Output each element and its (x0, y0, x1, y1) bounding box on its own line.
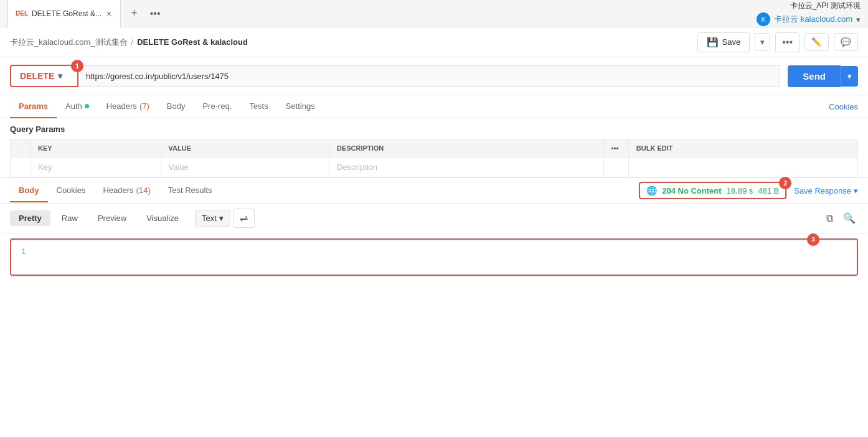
method-badge-1: 1 (71, 60, 83, 72)
format-bar: Pretty Raw Preview Visualize Text ▾ ⇌ ⧉ … (0, 204, 868, 233)
tab-tests[interactable]: Tests (240, 95, 276, 118)
code-area: 3 1 (10, 238, 858, 276)
format-type-label: Text (202, 214, 217, 223)
more-options-button[interactable]: ••• (775, 32, 800, 52)
tab-params[interactable]: Params (10, 95, 57, 118)
status-box: 2 🌐 204 No Content 18.89 s 481 B (639, 182, 786, 199)
breadcrumb: 卡拉云_kalacloud.com_测试集合 / DELETE GoRest &… (10, 37, 248, 48)
tab-auth[interactable]: Auth (57, 95, 98, 118)
breadcrumb-collection: 卡拉云_kalacloud.com_测试集合 (10, 37, 128, 48)
format-raw-button[interactable]: Raw (53, 210, 87, 226)
th-description: DESCRIPTION (329, 139, 604, 157)
breadcrumb-bar: 卡拉云_kalacloud.com_测试集合 / DELETE GoRest &… (0, 27, 868, 57)
save-response-button[interactable]: Save Response ▾ (794, 186, 858, 195)
key-input[interactable]: Key (31, 157, 161, 177)
th-bulk-edit[interactable]: Bulk Edit (628, 139, 857, 157)
copy-button[interactable]: ⧉ (824, 210, 836, 227)
th-more: ••• (603, 139, 628, 157)
save-response-chevron-icon: ▾ (854, 186, 858, 195)
params-table: KEY VALUE DESCRIPTION ••• Bulk Edit Key … (10, 139, 858, 177)
resp-tab-test-results[interactable]: Test Results (159, 179, 221, 202)
tab-more-button[interactable]: ••• (148, 8, 163, 19)
resp-tab-cookies[interactable]: Cookies (48, 179, 95, 202)
resp-tab-body[interactable]: Body (10, 179, 48, 202)
tab-title: DELETE GoRest &... (32, 9, 101, 18)
th-checkbox (11, 139, 31, 157)
env-name: 卡拉云 kalacloud.com (774, 14, 852, 25)
value-input[interactable]: Value (161, 157, 329, 177)
add-tab-button[interactable]: + (126, 7, 143, 20)
th-key: KEY (31, 139, 161, 157)
row-more (603, 157, 628, 177)
save-chevron-button[interactable]: ▾ (755, 33, 770, 51)
status-code: 204 No Content (662, 186, 721, 195)
tab-body[interactable]: Body (158, 95, 194, 118)
format-type-chevron-icon: ▾ (219, 214, 224, 223)
auth-active-dot (85, 104, 89, 108)
active-tab[interactable]: DEL DELETE GoRest &... × (7, 0, 121, 27)
query-params-title: Query Params (10, 125, 858, 134)
status-badge-2: 2 (779, 177, 791, 189)
request-tabs: Params Auth Headers (7) Body Pre-req. Te… (0, 95, 868, 118)
method-selector[interactable]: 1 DELETE ▾ (10, 65, 78, 87)
tab-headers[interactable]: Headers (7) (98, 95, 158, 118)
response-tabs-bar: Body Cookies Headers (14) Test Results 2… (0, 178, 868, 204)
env-chevron-icon: ▾ (856, 15, 861, 24)
desc-input[interactable]: Description (329, 157, 604, 177)
query-params-section: Query Params KEY VALUE DESCRIPTION ••• B… (0, 118, 868, 177)
row-checkbox (11, 157, 31, 177)
row-bulk (628, 157, 857, 177)
breadcrumb-request: DELETE GoRest & kalacloud (137, 37, 248, 47)
response-section: Body Cookies Headers (14) Test Results 2… (0, 177, 868, 276)
resp-tab-headers[interactable]: Headers (14) (94, 179, 159, 202)
env-selector[interactable]: 卡拉云_API 测试环境 K 卡拉云 kalacloud.com ▾ (757, 1, 861, 26)
format-visualize-button[interactable]: Visualize (138, 210, 187, 226)
cookies-link[interactable]: Cookies (829, 96, 858, 118)
comment-icon-button[interactable]: 💬 (834, 33, 858, 51)
request-bar: 1 DELETE ▾ Send ▾ (0, 57, 868, 95)
title-bar: DEL DELETE GoRest &... × + ••• 卡拉云_API 测… (0, 0, 868, 27)
tab-settings[interactable]: Settings (277, 95, 324, 118)
table-row: Key Value Description (11, 157, 858, 177)
env-label: 卡拉云_API 测试环境 (790, 1, 861, 11)
method-label: DELETE (20, 71, 54, 81)
line-number: 1 (21, 248, 26, 256)
send-chevron-button[interactable]: ▾ (841, 66, 858, 87)
breadcrumb-sep: / (131, 37, 134, 47)
edit-icon-button[interactable]: ✏️ (804, 33, 829, 51)
tab-prereq[interactable]: Pre-req. (194, 95, 240, 118)
wrap-button[interactable]: ⇌ (233, 209, 255, 228)
send-main-button[interactable]: Send (788, 65, 841, 87)
url-input[interactable] (78, 65, 780, 87)
search-button[interactable]: 🔍 (841, 210, 858, 227)
title-bar-left: DEL DELETE GoRest &... × + ••• (7, 0, 163, 27)
format-pretty-button[interactable]: Pretty (10, 210, 50, 226)
tab-del-badge: DEL (16, 10, 28, 17)
format-preview-button[interactable]: Preview (89, 210, 135, 226)
send-button-group: Send ▾ (788, 65, 858, 87)
breadcrumb-actions: 💾 Save ▾ ••• ✏️ 💬 (697, 32, 858, 52)
format-type-selector[interactable]: Text ▾ (195, 210, 230, 227)
code-badge-3: 3 (807, 233, 819, 246)
method-chevron-icon: ▾ (58, 71, 62, 81)
env-icon: K (757, 12, 770, 26)
format-right-actions: ⧉ 🔍 (824, 210, 858, 227)
save-button[interactable]: 💾 Save (697, 32, 750, 52)
response-status-bar: 2 🌐 204 No Content 18.89 s 481 B Save Re… (639, 178, 858, 203)
tab-close-button[interactable]: × (105, 7, 113, 20)
status-time: 18.89 s (727, 186, 753, 195)
globe-icon: 🌐 (646, 186, 657, 195)
status-size: 481 B (758, 186, 779, 195)
th-value: VALUE (161, 139, 329, 157)
